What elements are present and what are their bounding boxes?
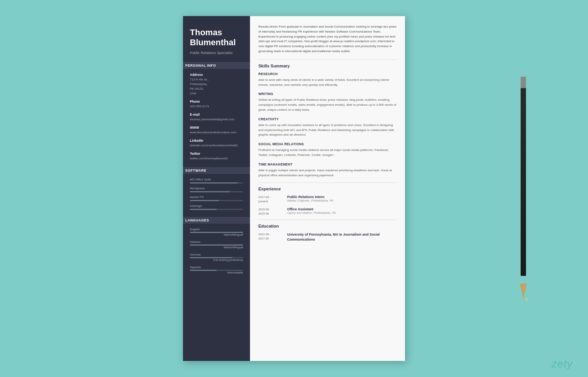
time-management-desc: Able to juggle multiple clients and proj… [258,168,397,178]
phone-item: Phone 202-555-0173 [190,100,243,109]
creativity-title: CREATIVITY [258,117,397,121]
lang-spanish-name: Spanish [190,266,243,269]
candidate-title: Public Relations Specialist [190,50,243,55]
exp-2-dates: 2015-06 -2015-08 [258,207,287,216]
experience-section-title: Experience [258,187,397,191]
lang-spanish: Spanish Intermediate [190,266,243,274]
twitter-value: twitter.com/thommybloom81 [190,156,243,161]
twitter-item: Twitter twitter.com/thommybloom81 [190,152,243,161]
lang-german: German Full working proficiency [190,253,243,262]
lang-english-level: Native/bilingual [190,233,243,236]
experience-item-1: 2017-09 -present Public Relations Intern… [258,195,397,203]
lang-hebrew: Hebrew Native/bilingual [190,240,243,249]
creativity-desc: Able to come up with innovative solution… [258,123,397,138]
skill-indesign: InDesign [190,204,243,210]
www-value: www.thomblumenthalcreative.com [190,130,243,135]
social-media-title: SOCIAL MEDIA RELATIONS [258,142,397,146]
writing-title: WRITING [258,92,397,96]
skill-creativity: CREATIVITY Able to come up with innovati… [258,117,397,138]
address-item: Address 713 N 4th St.,Philadelphia,PA 19… [190,73,243,96]
exp-2-details: Office Assistant Ogilvy and Mather, Phil… [287,207,336,216]
research-title: RESEARCH [258,72,397,76]
personal-info-header: Personal Info [183,62,250,69]
candidate-name: Thomas Blumenthal [190,28,243,48]
lang-spanish-level: Intermediate [190,271,243,274]
skill-writing: WRITING Skilled at writing all types of … [258,92,397,112]
skill-indesign-name: InDesign [190,204,243,208]
skill-wordpress: Wordpress [190,187,243,192]
linkedin-label: LinkedIn [190,139,243,143]
lang-hebrew-name: Hebrew [190,240,243,244]
exp-1-details: Public Relations Intern Adidas Originals… [287,195,333,203]
address-value: 713 N 4th St.,Philadelphia,PA 19123,USA [190,77,243,96]
linkedin-item: LinkedIn linkedin.com/me/thomblumenthal8… [190,139,243,148]
edu-1-details: University of Pennsylvania, MA in Journa… [287,232,397,242]
email-item: E-mail thomas.j.blumenthal@gmail.com [190,113,243,122]
skill-social-media: SOCIAL MEDIA RELATIONS Proficient at man… [258,142,397,158]
skill-wordpress-name: Wordpress [190,187,243,190]
skill-adobe-ps-name: Adobe PS [190,195,243,199]
education-section-title: Education [258,224,397,228]
skill-research: RESEARCH Able to work with many kinds of… [258,72,397,88]
research-desc: Able to work with many kinds of clients … [258,78,397,88]
skill-time-management: TIME MANAGEMENT Able to juggle multiple … [258,162,397,178]
software-list: MS Office Suite Wordpress Adobe PS InDes… [190,178,243,210]
lang-english-name: English [190,228,243,231]
email-value: thomas.j.blumenthal@gmail.com [190,117,243,122]
www-item: WWW www.thomblumenthalcreative.com [190,126,243,135]
skill-ms-office-name: MS Office Suite [190,178,243,181]
sidebar: Thomas Blumenthal Public Relations Speci… [183,16,250,361]
writing-desc: Skilled at writing all types of Public R… [258,98,397,112]
exp-1-dates: 2017-09 -present [258,195,287,203]
email-label: E-mail [190,113,243,116]
experience-item-2: 2015-06 -2015-08 Office Assistant Ogilvy… [258,207,397,216]
edu-1-dates: 2012-08 -2017-05 [258,232,287,242]
address-label: Address [190,73,243,77]
languages-header: Languages [183,217,250,224]
exp-2-company: Ogilvy and Mather, Philadelphia, PA [287,211,336,215]
divider-1 [258,59,397,60]
exp-1-title: Public Relations Intern [287,195,333,199]
phone-value: 202-555-0173 [190,104,243,109]
linkedin-value: linkedin.com/me/thomblumenthal81 [190,143,243,148]
skills-section-title: Skills Summary [258,64,397,68]
main-content: Results-driven Penn graduate in Journali… [250,16,405,361]
lang-german-level: Full working proficiency [190,258,243,262]
software-header: Software [183,167,250,174]
zety-watermark: zety [552,358,573,370]
skill-ms-office: MS Office Suite [190,178,243,184]
languages-list: English Native/bilingual Hebrew Native/b… [190,228,243,274]
social-media-desc: Proficient at managing social media rela… [258,148,397,158]
time-management-title: TIME MANAGEMENT [258,162,397,166]
twitter-label: Twitter [190,152,243,156]
exp-1-company: Adidas Originals, Philadelphia, PA [287,199,333,202]
lang-english: English Native/bilingual [190,228,243,236]
exp-2-title: Office Assistant [287,207,336,211]
pencil [520,77,527,299]
education-item-1: 2012-08 -2017-05 University of Pennsylva… [258,232,397,242]
lang-german-name: German [190,253,243,256]
divider-3 [258,220,397,220]
edu-1-degree: University of Pennsylvania, MA in Journa… [287,232,397,242]
lang-hebrew-level: Native/bilingual [190,246,243,249]
phone-label: Phone [190,100,243,103]
divider-2 [258,182,397,183]
summary-text: Results-driven Penn graduate in Journali… [258,25,397,54]
resume-document: Thomas Blumenthal Public Relations Speci… [183,16,405,361]
www-label: WWW [190,126,243,129]
skill-adobe-ps: Adobe PS [190,195,243,201]
